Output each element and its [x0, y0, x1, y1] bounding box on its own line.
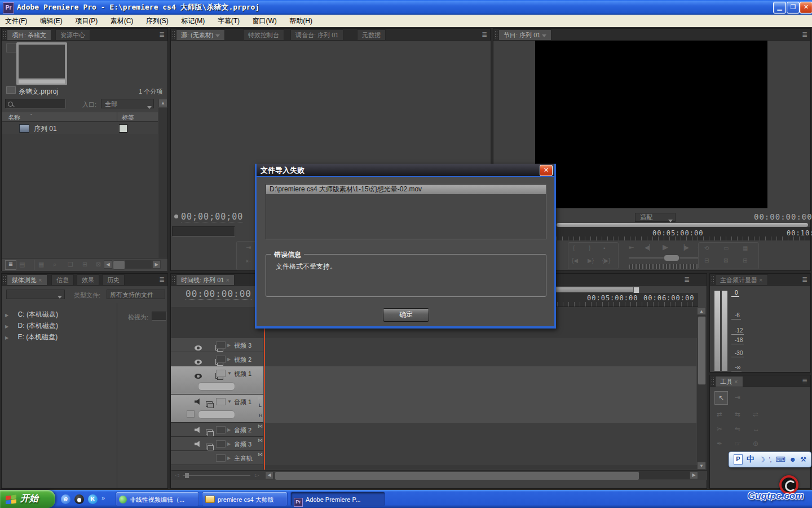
panel-menu-icon[interactable]: ≣	[684, 275, 690, 283]
insert-button[interactable]: ⇥	[246, 244, 251, 251]
restore-button[interactable]: ❐	[787, 2, 800, 14]
tab-close-icon[interactable]: ×	[226, 277, 229, 283]
slip-tool[interactable]: ⇋	[735, 425, 740, 433]
tab-metadata[interactable]: 元数据	[357, 29, 386, 40]
toggle-track-output-icon[interactable]	[195, 360, 202, 365]
file-type-dropdown[interactable]: 所有支持的文件	[107, 290, 165, 299]
slide-tool[interactable]: ↔	[753, 425, 760, 433]
expand-track-icon[interactable]: ▶	[227, 427, 231, 432]
poster-frame-icon[interactable]	[6, 43, 16, 52]
menu-file[interactable]: 文件(F)	[0, 15, 32, 27]
menu-project[interactable]: 项目(P)	[70, 15, 103, 27]
source-timecode[interactable]: 00;00;00;00	[181, 212, 243, 222]
track-name[interactable]: 音频 2	[234, 426, 251, 435]
hand-tool[interactable]: ☞	[735, 440, 741, 448]
timeline-timecode[interactable]: 00:00:00:00	[186, 288, 251, 300]
project-item-row[interactable]: 序列 01	[2, 122, 158, 134]
project-list-empty-area[interactable]	[2, 134, 158, 258]
track-header-video2[interactable]: ▶ 视频 2	[171, 352, 263, 366]
project-scrollbar[interactable]	[158, 108, 167, 259]
column-tag[interactable]: 标签	[122, 113, 134, 122]
track-select-tool[interactable]: ⇥	[735, 393, 740, 401]
set-display-style-box[interactable]	[216, 398, 226, 405]
start-button[interactable]: 开始	[0, 490, 55, 508]
track-header-video1[interactable]: ▼ 视频 1	[171, 366, 263, 395]
track-content-audio1[interactable]: ⋈	[263, 395, 696, 423]
zoom-slider-track[interactable]	[183, 475, 250, 476]
preview-scrubber[interactable]	[19, 80, 65, 84]
toggle-track-output-icon[interactable]	[195, 441, 201, 447]
view-as-dropdown[interactable]	[152, 312, 166, 321]
close-button[interactable]: ✕	[800, 2, 812, 14]
set-display-style-box[interactable]	[216, 454, 226, 462]
set-display-style-box[interactable]	[216, 426, 226, 433]
track-content-audio2[interactable]: ⋈	[263, 423, 696, 437]
play-in-out-icon[interactable]: ▪	[603, 245, 606, 251]
window-titlebar[interactable]: Pr Adobe Premiere Pro - E:\premiere cs4 …	[0, 0, 812, 15]
vscroll-thumb[interactable]	[698, 316, 706, 385]
tab-source[interactable]: 源: (无素材)	[176, 29, 225, 40]
tab-close-icon[interactable]: ×	[734, 378, 738, 385]
dialog-titlebar[interactable]: 文件导入失败 ✕	[257, 164, 554, 176]
safe-margins-button[interactable]: ▭	[723, 245, 729, 251]
set-display-style-box[interactable]	[216, 440, 226, 448]
tab-media-browser[interactable]: 媒体浏览 ×	[7, 274, 47, 285]
panel-menu-icon[interactable]: ≣	[159, 275, 165, 283]
qq-icon[interactable]	[74, 494, 84, 504]
expand-track-icon[interactable]: ▼	[227, 399, 232, 404]
vscroll-down-button[interactable]: ▼	[697, 462, 706, 470]
menu-title[interactable]: 字幕(T)	[213, 15, 245, 27]
menu-edit[interactable]: 编辑(E)	[35, 15, 68, 27]
kugou-icon[interactable]: K	[88, 494, 98, 504]
toggle-track-output-icon[interactable]	[195, 374, 202, 379]
ime-punctuation-icon[interactable]: '‚	[769, 456, 772, 463]
chevron-down-icon[interactable]	[542, 34, 546, 37]
track-header-video3[interactable]: ▶ 视频 3	[171, 338, 263, 352]
goto-next-marker-button[interactable]: ▶}	[588, 257, 594, 264]
new-item-button[interactable]: ⊞	[82, 261, 87, 268]
step-back-button[interactable]: ◀▏	[645, 244, 654, 251]
hscroll-right-button[interactable]: ▶	[152, 260, 161, 269]
icon-view-button[interactable]: ▤	[19, 261, 25, 268]
search-input[interactable]	[5, 99, 66, 108]
program-zoom-scrollbar[interactable]	[557, 223, 808, 227]
overlay-button[interactable]: ⇤	[246, 257, 251, 265]
track-name[interactable]: 音频 3	[234, 440, 251, 449]
tab-tools[interactable]: 工具 ×	[715, 376, 743, 387]
track-content-audio3[interactable]: ⋈	[263, 437, 696, 452]
timecode-settings-icon[interactable]: ⁝⁝	[805, 213, 808, 219]
keyframe-nav-control[interactable]	[198, 382, 235, 391]
set-display-style-box[interactable]	[216, 356, 226, 363]
hscroll-thumb[interactable]	[113, 260, 125, 270]
tab-audio-meter[interactable]: 主音频计量器 ×	[715, 274, 768, 285]
delete-button[interactable]: ⊠	[96, 261, 101, 268]
expand-icon[interactable]: ▶	[5, 313, 8, 318]
ime-fullhalf-icon[interactable]: ☽	[758, 456, 765, 464]
column-name[interactable]: 名称	[8, 113, 20, 122]
ime-settings-wrench-icon[interactable]: ⚒	[800, 456, 806, 463]
tab-project[interactable]: 项目: 杀猪文	[7, 29, 51, 40]
drive-row-c[interactable]: ▶ C: (本机磁盘)	[5, 309, 58, 319]
track-name[interactable]: 视频 1	[234, 370, 251, 378]
rolling-edit-tool[interactable]: ⇆	[735, 410, 740, 418]
expand-track-icon[interactable]: ▶	[227, 357, 231, 362]
hscroll-left-button[interactable]: ◀	[104, 260, 112, 269]
panel-menu-icon[interactable]: ≣	[159, 30, 165, 38]
dialog-close-button[interactable]: ✕	[540, 165, 553, 176]
track-name[interactable]: 音频 1	[234, 398, 251, 406]
panel-menu-icon[interactable]: ≣	[802, 275, 807, 283]
failed-file-path[interactable]: D:\premiere cs4 大师版素材\1-15\幻想光晕-02.mov	[266, 185, 546, 194]
tab-effect-controls[interactable]: 特效控制台	[243, 29, 284, 40]
goto-previous-edit-button[interactable]: ⇤	[629, 244, 634, 251]
pen-tool[interactable]: ✒	[717, 440, 722, 448]
sync-lock-icon[interactable]: ⋈	[258, 452, 263, 457]
shuttle-slider-handle[interactable]	[664, 255, 679, 261]
track-lock-icon[interactable]	[206, 444, 213, 449]
program-time-ruler[interactable]: 00:05:00:00 00:10:	[557, 227, 810, 240]
program-duration-timecode[interactable]: 00:00:00:00	[754, 212, 812, 221]
toggle-track-output-icon[interactable]	[195, 427, 201, 433]
tab-close-icon[interactable]: ×	[38, 277, 42, 283]
track-header-audio2[interactable]: ▶ 音频 2	[171, 423, 263, 437]
internet-explorer-icon[interactable]: e	[61, 494, 70, 504]
hscroll-thumb[interactable]	[275, 471, 639, 480]
